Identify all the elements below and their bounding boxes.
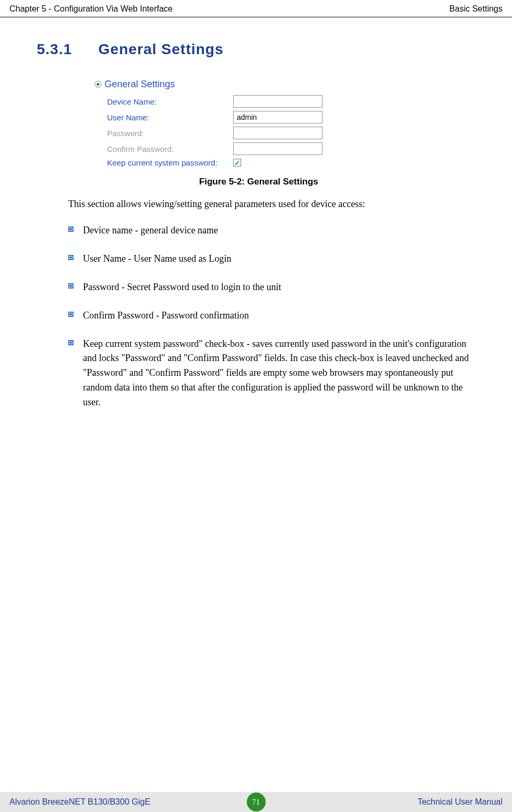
list-item: Password - Secret Password used to login… [68,280,480,295]
checkbox-keep-password[interactable]: ✓ [233,159,241,167]
page-header: Chapter 5 - Configuration Via Web Interf… [0,0,512,17]
list-item: User Name - User Name used as Login [68,252,480,266]
footer-left: Alvarion BreezeNET B130/B300 GigE [9,797,150,807]
input-user-name[interactable] [233,111,322,124]
page-content: 5.3.1General Settings General Settings D… [0,17,512,410]
section-title: General Settings [98,41,224,57]
figure-panel: General Settings Device Name: User Name:… [95,79,480,167]
row-keep-password: Keep current system password: ✓ [107,158,480,167]
section-number: 5.3.1 [37,41,72,58]
figure-panel-title: General Settings [105,79,175,90]
header-left: Chapter 5 - Configuration Via Web Interf… [9,4,173,14]
section-heading: 5.3.1General Settings [37,41,480,58]
bullet-icon [68,312,74,317]
list-item: Keep current system password" check-box … [68,337,480,410]
figure-title-row: General Settings [95,79,480,90]
label-device-name: Device Name: [107,97,233,106]
input-password[interactable] [233,127,322,139]
list-item: Confirm Password - Password confirmation [68,309,480,323]
radio-selected-icon[interactable] [95,81,101,88]
bullet-icon [68,283,74,289]
bullet-text: Keep current system password" check-box … [83,337,480,410]
bullet-icon [68,227,74,232]
header-right: Basic Settings [450,4,503,14]
row-device-name: Device Name: [107,95,480,108]
list-item: Device name - general device name [68,223,480,238]
label-confirm-password: Confirm Password: [107,145,233,153]
row-confirm-password: Confirm Password: [107,142,480,155]
figure-caption: Figure 5-2: General Settings [37,177,480,187]
bullet-text: Confirm Password - Password confirmation [83,309,249,323]
intro-text: This section allows viewing/setting gene… [68,199,480,210]
label-password: Password: [107,129,233,138]
bullet-list: Device name - general device name User N… [68,223,480,410]
label-user-name: User Name: [107,113,233,122]
bullet-text: Device name - general device name [83,223,218,238]
bullet-text: Password - Secret Password used to login… [83,280,281,295]
footer-right: Technical User Manual [417,797,503,807]
input-confirm-password[interactable] [233,142,322,155]
label-keep-password: Keep current system password: [107,158,233,167]
row-user-name: User Name: [107,111,480,124]
bullet-icon [68,340,74,345]
input-device-name[interactable] [233,95,322,108]
page-number-badge: 71 [247,793,266,811]
bullet-icon [68,255,74,260]
row-password: Password: [107,127,480,139]
bullet-text: User Name - User Name used as Login [83,252,231,266]
